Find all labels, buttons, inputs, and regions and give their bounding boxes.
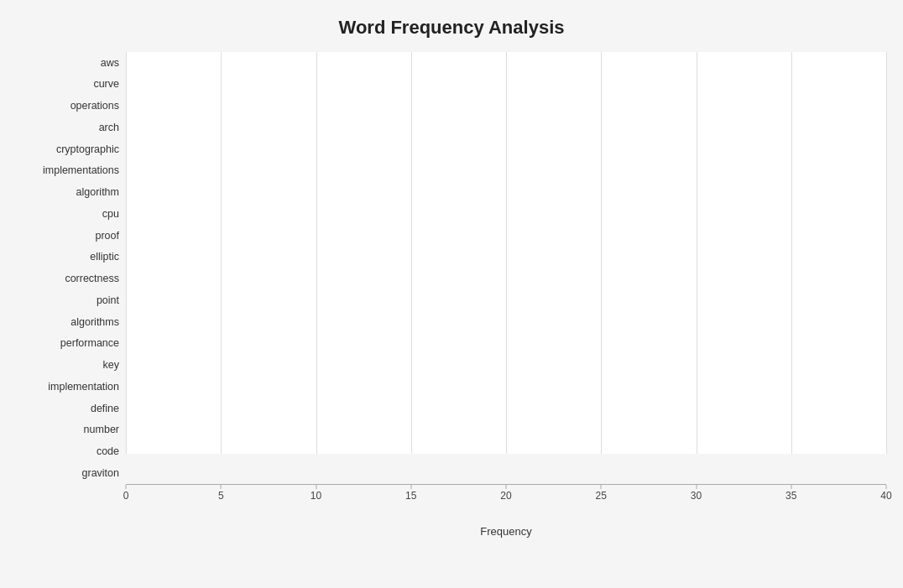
x-tick-label-0: 0 <box>123 490 129 502</box>
bars-wrapper <box>126 52 886 82</box>
y-label-code: code <box>17 441 126 463</box>
y-label-curve: curve <box>17 74 126 96</box>
y-label-proof: proof <box>17 225 126 247</box>
x-tick-label-40: 40 <box>880 490 891 502</box>
y-label-operations: operations <box>17 96 126 117</box>
x-tick-label-10: 10 <box>311 490 321 502</box>
y-label-graviton: graviton <box>17 462 126 484</box>
y-label-implementation: implementation <box>17 376 126 398</box>
x-tick-label-30: 30 <box>691 490 702 502</box>
x-tick-line-10 <box>316 485 316 489</box>
x-tick-label-25: 25 <box>596 490 607 502</box>
x-tick-label-20: 20 <box>500 490 511 502</box>
x-axis-label: Frequency <box>480 525 531 538</box>
y-label-cryptographic: cryptographic <box>17 138 126 160</box>
x-tick-line-40 <box>886 485 887 489</box>
y-label-algorithms: algorithms <box>17 311 126 333</box>
x-tick-label-5: 5 <box>218 490 224 502</box>
y-label-algorithm: algorithm <box>17 182 126 204</box>
x-tick-label-15: 15 <box>405 490 416 502</box>
y-label-implementations: implementations <box>17 160 126 182</box>
y-label-define: define <box>17 398 126 419</box>
chart-container: Word Frequency Analysis awscurveoperatio… <box>0 0 903 588</box>
y-label-aws: aws <box>17 52 126 74</box>
x-tick-line-0 <box>126 485 127 489</box>
plot-area: Frequency 0510152025303540 <box>126 52 886 514</box>
chart-area: awscurveoperationsarchcryptographicimple… <box>17 52 886 514</box>
x-tick-line-25 <box>601 485 602 489</box>
chart-background <box>126 52 886 454</box>
y-label-performance: performance <box>17 333 126 355</box>
y-label-number: number <box>17 419 126 441</box>
x-tick-label-35: 35 <box>786 490 796 502</box>
x-axis: Frequency 0510152025303540 <box>126 484 886 514</box>
x-tick-line-30 <box>696 485 697 489</box>
y-label-correctness: correctness <box>17 268 126 290</box>
y-label-point: point <box>17 289 126 311</box>
y-label-elliptic: elliptic <box>17 247 126 268</box>
y-label-key: key <box>17 355 126 377</box>
chart-title: Word Frequency Analysis <box>17 17 886 39</box>
x-tick-line-35 <box>791 485 791 489</box>
grid-line-40 <box>886 52 887 454</box>
y-labels: awscurveoperationsarchcryptographicimple… <box>17 52 126 514</box>
x-tick-line-20 <box>506 485 507 489</box>
y-label-cpu: cpu <box>17 203 126 225</box>
y-label-arch: arch <box>17 117 126 138</box>
x-tick-line-5 <box>221 485 222 489</box>
x-tick-line-15 <box>410 485 411 489</box>
